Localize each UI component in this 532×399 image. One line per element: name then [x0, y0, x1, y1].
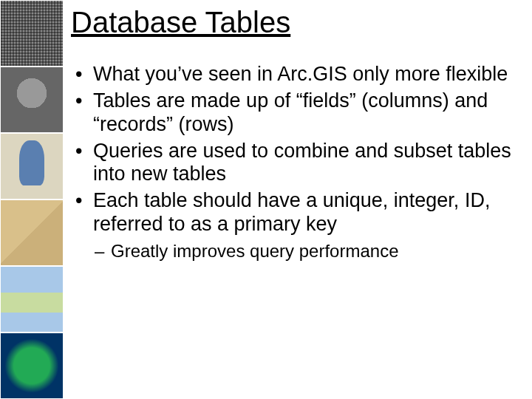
sub-bullet-list: Greatly improves query performance: [93, 241, 517, 262]
slide-title: Database Tables: [71, 6, 517, 39]
thumbnail-image: [0, 266, 64, 332]
bullet-list: What you’ve seen in Arc.GIS only more fl…: [71, 63, 517, 262]
slide-content: Database Tables What you’ve seen in Arc.…: [64, 0, 532, 399]
thumbnail-image: [0, 200, 64, 266]
sub-bullet-item: Greatly improves query performance: [93, 241, 517, 262]
thumbnail-image: [0, 133, 64, 200]
bullet-text: Each table should have a unique, integer…: [93, 189, 490, 235]
thumbnail-image: [0, 0, 64, 66]
sidebar-thumbnails: [0, 0, 64, 399]
bullet-item: Each table should have a unique, integer…: [71, 189, 517, 262]
bullet-item: Queries are used to combine and subset t…: [71, 140, 517, 187]
bullet-item: What you’ve seen in Arc.GIS only more fl…: [71, 63, 517, 86]
thumbnail-image: [0, 66, 64, 133]
thumbnail-image: [0, 332, 64, 399]
bullet-item: Tables are made up of “fields” (columns)…: [71, 89, 517, 137]
